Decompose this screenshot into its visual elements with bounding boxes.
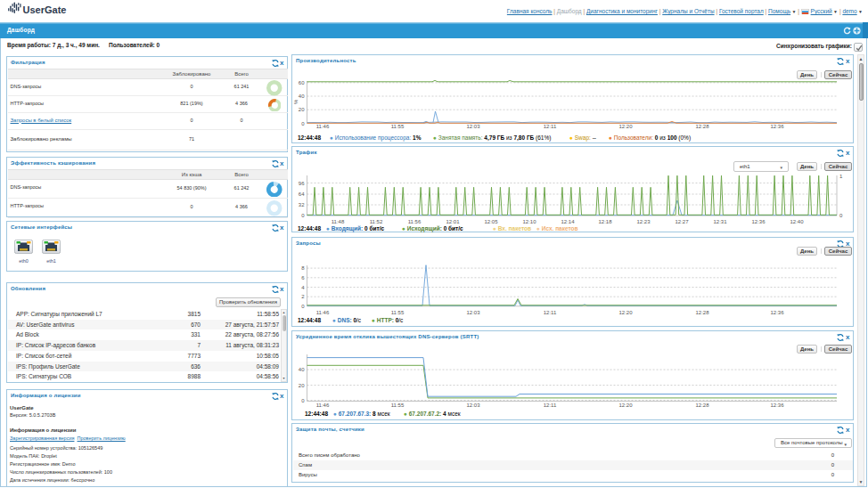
svg-text:64: 64 <box>299 191 305 197</box>
svg-text:11:55: 11:55 <box>391 124 405 129</box>
svg-text:12:18: 12:18 <box>598 219 612 224</box>
svg-text:12:01: 12:01 <box>446 219 460 224</box>
svg-text:2: 2 <box>301 294 305 299</box>
svg-text:12:03: 12:03 <box>466 310 480 315</box>
svg-text:12:20: 12:20 <box>618 403 633 408</box>
svg-text:60: 60 <box>299 80 305 85</box>
svg-text:32: 32 <box>299 202 305 207</box>
svg-text:12:03: 12:03 <box>466 403 480 408</box>
svg-text:4: 4 <box>301 285 305 290</box>
svg-text:11:55: 11:55 <box>391 310 405 315</box>
svg-text:12:31: 12:31 <box>713 219 727 224</box>
svg-text:12:36: 12:36 <box>751 219 766 224</box>
svg-text:20: 20 <box>299 107 305 112</box>
svg-text:0: 0 <box>301 213 305 218</box>
svg-text:12:40: 12:40 <box>790 219 804 224</box>
svg-text:12:14: 12:14 <box>561 219 575 224</box>
svg-text:40: 40 <box>299 367 305 372</box>
svg-text:12:36: 12:36 <box>770 310 784 315</box>
svg-text:12:23: 12:23 <box>636 219 651 224</box>
svg-text:11:52: 11:52 <box>370 219 383 224</box>
svg-text:11:46: 11:46 <box>316 310 330 315</box>
svg-text:12:36: 12:36 <box>770 124 784 129</box>
svg-text:0: 0 <box>301 398 305 403</box>
svg-text:12:03: 12:03 <box>466 124 480 129</box>
svg-text:12:36: 12:36 <box>770 403 784 408</box>
svg-text:12:11: 12:11 <box>544 403 557 408</box>
svg-text:12:27: 12:27 <box>675 219 689 224</box>
svg-text:0: 0 <box>301 304 305 309</box>
svg-text:12:05: 12:05 <box>484 219 498 224</box>
svg-text:12:20: 12:20 <box>618 310 633 315</box>
svg-text:12:11: 12:11 <box>544 124 557 129</box>
svg-text:%: % <box>293 99 299 104</box>
svg-text:0: 0 <box>301 121 305 126</box>
svg-text:40: 40 <box>299 94 305 99</box>
svg-text:12:28: 12:28 <box>695 310 709 315</box>
svg-text:12:11: 12:11 <box>544 310 557 315</box>
svg-text:96: 96 <box>299 181 305 186</box>
svg-text:11:55: 11:55 <box>391 403 405 408</box>
svg-text:1: 1 <box>839 174 843 179</box>
svg-text:11:48: 11:48 <box>332 219 345 224</box>
svg-text:11:46: 11:46 <box>316 403 330 408</box>
svg-text:11:56: 11:56 <box>408 219 422 224</box>
svg-text:11:46: 11:46 <box>316 124 330 129</box>
svg-text:12:28: 12:28 <box>695 403 709 408</box>
svg-text:0: 0 <box>839 213 843 218</box>
svg-text:6: 6 <box>301 275 305 281</box>
svg-text:8: 8 <box>301 265 305 271</box>
svg-text:12:10: 12:10 <box>522 219 536 224</box>
svg-text:12:20: 12:20 <box>618 124 633 129</box>
svg-text:20: 20 <box>299 383 305 388</box>
svg-text:12:28: 12:28 <box>695 124 709 129</box>
